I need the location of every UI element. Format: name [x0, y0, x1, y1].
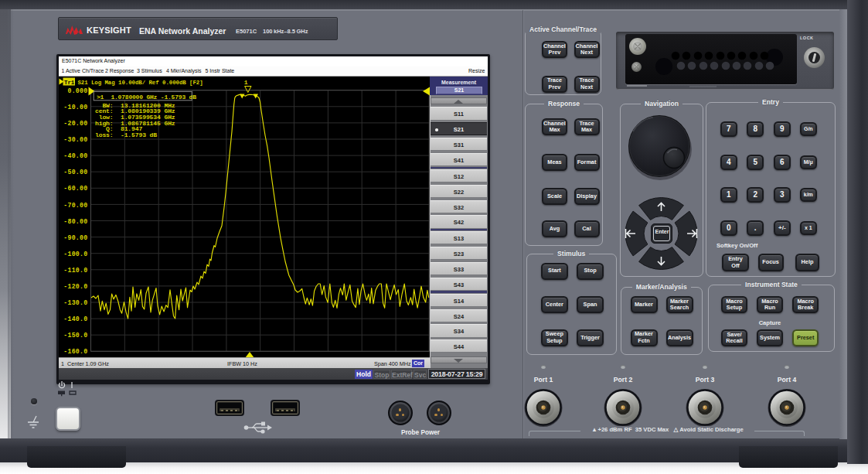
svg-text:-120.0: -120.0 — [63, 283, 87, 290]
svg-text:loss: -1.5793 dB: loss: -1.5793 dB — [95, 131, 157, 138]
svg-text:-100.0: -100.0 — [63, 251, 87, 257]
svg-text:Tr1: Tr1 — [64, 80, 75, 86]
svg-text:-90.00: -90.00 — [63, 234, 87, 241]
svg-text:-150.0: -150.0 — [63, 332, 87, 339]
svg-text:-30.00: -30.00 — [63, 136, 87, 143]
svg-text:-60.00: -60.00 — [63, 185, 87, 192]
svg-text:-10.00: -10.00 — [63, 104, 87, 111]
svg-text:-130.0: -130.0 — [63, 299, 87, 306]
svg-text:S21 Log Mag 10.00dB/ Ref 0.000: S21 Log Mag 10.00dB/ Ref 0.000dB [F2] — [74, 80, 203, 86]
svg-text:-50.00: -50.00 — [63, 169, 87, 176]
svg-text:>1 1.0780000 GHz -1.5793 dB: >1 1.0780000 GHz -1.5793 dB — [97, 94, 196, 101]
svg-text:-20.00: -20.00 — [63, 120, 87, 127]
svg-text:-80.00: -80.00 — [63, 218, 87, 225]
svg-text:0.000: 0.000 — [67, 87, 87, 94]
svg-text:-40.00: -40.00 — [63, 152, 87, 159]
svg-text:-160.0: -160.0 — [63, 348, 87, 355]
svg-text:-70.00: -70.00 — [63, 202, 87, 209]
svg-text:-110.0: -110.0 — [63, 267, 87, 274]
svg-text:1: 1 — [244, 79, 248, 86]
svg-text:-140.0: -140.0 — [63, 315, 87, 322]
